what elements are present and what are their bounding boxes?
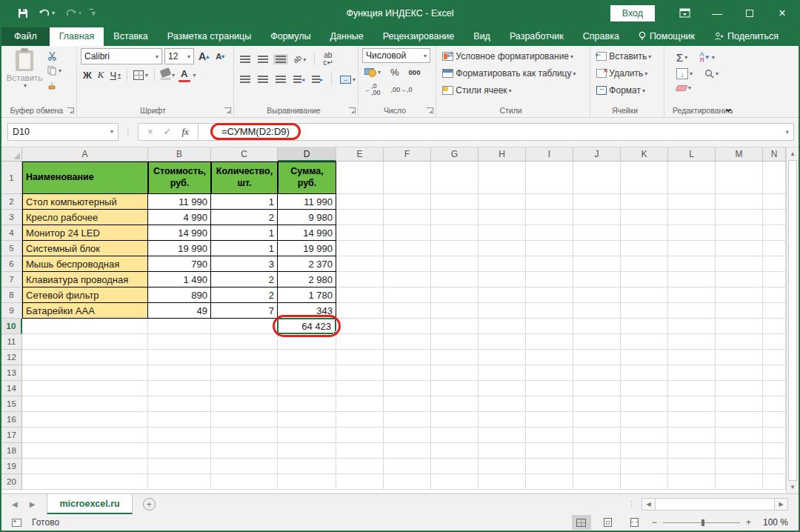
zoom-level[interactable]: 100 % [759, 517, 788, 528]
column-header-I[interactable]: I [526, 147, 573, 162]
cell-L12[interactable] [668, 350, 716, 365]
select-all-corner[interactable] [1, 147, 22, 162]
cell-A18[interactable] [22, 443, 148, 459]
cell-B10[interactable] [148, 319, 211, 334]
cell-A14[interactable] [22, 381, 148, 396]
underline-button[interactable]: Ч▾ [107, 68, 123, 82]
cell-C8[interactable]: 2 [211, 287, 278, 303]
cell-I16[interactable] [526, 412, 573, 428]
column-header-C[interactable]: C [211, 147, 278, 162]
cell-G9[interactable] [431, 303, 479, 319]
cell-B16[interactable] [148, 412, 211, 428]
row-header-14[interactable]: 14 [1, 381, 22, 396]
number-dialog-launcher-icon[interactable] [427, 107, 433, 114]
column-header-G[interactable]: G [431, 147, 479, 162]
cell-K12[interactable] [621, 350, 668, 365]
cell-C4[interactable]: 1 [211, 225, 278, 241]
cell-F3[interactable] [384, 210, 431, 225]
cell-M7[interactable] [716, 272, 763, 287]
cell-K17[interactable] [621, 428, 668, 443]
cell-B19[interactable] [148, 459, 211, 474]
align-center-icon[interactable] [256, 74, 270, 84]
row-header-15[interactable]: 15 [1, 396, 22, 412]
cell-K10[interactable] [621, 319, 668, 334]
decrease-font-icon[interactable]: A▾ [213, 52, 227, 61]
cell-D4[interactable]: 14 990 [278, 225, 336, 241]
cell-A6[interactable]: Мышь беспроводная [22, 256, 148, 272]
align-right-icon[interactable] [273, 74, 288, 84]
cell-partial-17[interactable] [763, 428, 786, 443]
cell-I8[interactable] [526, 287, 573, 303]
hscroll-splitter[interactable]: ⋮ [621, 499, 641, 509]
cell-A13[interactable] [22, 365, 148, 381]
cell-H18[interactable] [479, 443, 526, 459]
row-header-10[interactable]: 10 [1, 319, 22, 334]
cell-D18[interactable] [278, 443, 336, 459]
cell-C17[interactable] [211, 428, 278, 443]
font-color-dropdown-icon[interactable]: ▾ [193, 72, 196, 79]
cell-C11[interactable] [211, 334, 278, 350]
cell-H17[interactable] [479, 428, 526, 443]
customize-qat-icon[interactable]: ▿– [92, 10, 99, 17]
cell-D10[interactable]: 64 423 [278, 319, 336, 334]
cell-A17[interactable] [22, 428, 148, 443]
cell-D9[interactable]: 343 [278, 303, 336, 319]
cell-I11[interactable] [526, 334, 573, 350]
cell-H9[interactable] [479, 303, 526, 319]
tab-formulas[interactable]: Формулы [261, 27, 320, 46]
cell-E17[interactable] [336, 428, 384, 443]
cell-M17[interactable] [716, 428, 763, 443]
cell-M19[interactable] [716, 459, 763, 474]
undo-button[interactable]: ▾ [39, 8, 55, 18]
cell-H13[interactable] [479, 365, 526, 381]
undo-dropdown-icon[interactable]: ▾ [52, 10, 55, 16]
decrease-indent-icon[interactable]: ◂ [291, 74, 307, 84]
cell-H7[interactable] [479, 272, 526, 287]
cell-A15[interactable] [22, 396, 148, 412]
cell-K18[interactable] [621, 443, 668, 459]
cell-M4[interactable] [716, 225, 763, 241]
cell-K2[interactable] [621, 194, 668, 210]
fill-color-button[interactable]: ▾ [159, 68, 177, 82]
cell-J5[interactable] [573, 241, 621, 256]
cell-L15[interactable] [668, 396, 716, 412]
cell-C5[interactable]: 1 [211, 241, 278, 256]
formula-bar-separator[interactable]: ⋮ [119, 127, 138, 137]
cell-M13[interactable] [716, 365, 763, 381]
paste-button[interactable]: Вставить ▾ [5, 48, 44, 89]
row-header-19[interactable]: 19 [1, 459, 22, 474]
cell-I10[interactable] [526, 319, 573, 334]
number-format-select[interactable]: Числовой▾ [362, 48, 430, 63]
cell-partial-7[interactable] [763, 272, 786, 287]
cell-partial-1[interactable] [763, 162, 786, 194]
share-button[interactable]: Поделиться [704, 27, 788, 46]
cell-J15[interactable] [573, 396, 621, 412]
cell-J19[interactable] [573, 459, 621, 474]
cell-A16[interactable] [22, 412, 148, 428]
tab-data[interactable]: Данные [321, 27, 373, 46]
cell-B2[interactable]: 11 990 [148, 194, 211, 210]
cell-partial-5[interactable] [763, 241, 786, 256]
cell-M8[interactable] [716, 287, 763, 303]
cell-A11[interactable] [22, 334, 148, 350]
cell-D17[interactable] [278, 428, 336, 443]
cell-C20[interactable] [211, 474, 278, 490]
cell-L5[interactable] [668, 241, 716, 256]
cell-L14[interactable] [668, 381, 716, 396]
cell-J1[interactable] [573, 162, 621, 194]
cell-F20[interactable] [384, 474, 431, 490]
cell-M2[interactable] [716, 194, 763, 210]
cell-K1[interactable] [621, 162, 668, 194]
cell-K13[interactable] [621, 365, 668, 381]
cell-B7[interactable]: 1 490 [148, 272, 211, 287]
cell-K5[interactable] [621, 241, 668, 256]
cell-C19[interactable] [211, 459, 278, 474]
cell-M14[interactable] [716, 381, 763, 396]
font-color-button[interactable]: А [179, 67, 190, 82]
cell-J10[interactable] [573, 319, 621, 334]
cell-C13[interactable] [211, 365, 278, 381]
scroll-right-icon[interactable]: ▶ [774, 498, 788, 511]
cell-J7[interactable] [573, 272, 621, 287]
copy-dropdown-icon[interactable]: ▾ [59, 67, 61, 74]
view-page-layout-button[interactable] [599, 515, 618, 530]
